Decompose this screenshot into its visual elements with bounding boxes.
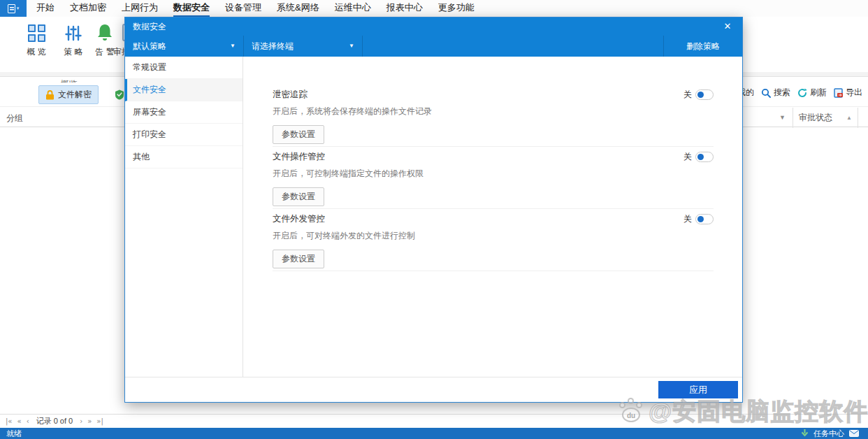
last-page-button[interactable]: »| bbox=[96, 417, 103, 425]
sidebar-item-other[interactable]: 其他 bbox=[125, 146, 243, 168]
section-title: 文件外发管控 bbox=[273, 213, 325, 225]
ribbon-tool-policy[interactable]: 策 略 bbox=[57, 20, 90, 58]
file-operation-toggle[interactable] bbox=[695, 152, 714, 162]
sidebar-item-file-security[interactable]: 文件安全 bbox=[125, 79, 243, 101]
terminal-select[interactable]: 请选择终端 ▼ bbox=[244, 36, 363, 57]
export-file-icon bbox=[834, 88, 843, 98]
dialog-body: 常规设置 文件安全 屏幕安全 打印安全 其他 泄密追踪 关 开启后，系统将会保存… bbox=[125, 57, 742, 377]
menu-item-ops-center[interactable]: 运维中心 bbox=[335, 0, 371, 17]
section-description: 开启后，可控制终端指定文件的操作权限 bbox=[273, 168, 714, 180]
search-icon bbox=[761, 88, 771, 98]
next-page-button[interactable]: › bbox=[80, 417, 82, 425]
toggle-knob bbox=[697, 92, 704, 98]
app-icon bbox=[8, 4, 15, 13]
export-label: 导出 bbox=[846, 87, 862, 99]
ribbon-tool-overview[interactable]: 概 览 bbox=[20, 20, 53, 58]
status-bar: 就绪 任务中心 bbox=[0, 428, 868, 439]
ribbon-tool-label: 告 警 bbox=[95, 47, 114, 57]
menu-item-doc-encrypt[interactable]: 文档加密 bbox=[70, 0, 106, 17]
section-file-operation-control: 文件操作管控 关 开启后，可控制终端指定文件的操作权限 参数设置 bbox=[273, 147, 714, 209]
chevron-down-icon: ▼ bbox=[230, 36, 236, 57]
menu-bar: ▾ 开始 文档加密 上网行为 数据安全 设备管理 系统&网络 运维中心 报表中心… bbox=[0, 0, 868, 17]
record-count-label: 记录 0 of 0 bbox=[36, 416, 73, 426]
refresh-icon bbox=[797, 88, 807, 98]
dialog-title: 数据安全 bbox=[133, 22, 166, 31]
ribbon-tool-label: 概 览 bbox=[27, 47, 45, 57]
message-envelope-icon[interactable] bbox=[849, 430, 859, 437]
search-label: 搜索 bbox=[774, 87, 790, 99]
toggle-knob bbox=[697, 216, 704, 222]
menu-items: 开始 文档加密 上网行为 数据安全 设备管理 系统&网络 运维中心 报表中心 更… bbox=[36, 0, 475, 17]
sliders-icon bbox=[57, 20, 90, 42]
param-settings-button[interactable]: 参数设置 bbox=[273, 125, 324, 144]
sidebar-item-print-security[interactable]: 打印安全 bbox=[125, 124, 243, 146]
policy-select[interactable]: 默认策略 ▼ bbox=[125, 36, 244, 57]
ribbon-tool-label: 策 略 bbox=[64, 47, 82, 57]
param-settings-button[interactable]: 参数设置 bbox=[273, 250, 324, 268]
apply-button[interactable]: 应用 bbox=[658, 381, 738, 398]
menu-item-more[interactable]: 更多功能 bbox=[438, 0, 475, 17]
menu-item-device-mgmt[interactable]: 设备管理 bbox=[225, 0, 261, 17]
dialog-policy-toolbar: 默认策略 ▼ 请选择终端 ▼ 删除策略 bbox=[125, 36, 742, 57]
menu-item-report-center[interactable]: 报表中心 bbox=[386, 0, 423, 17]
export-button[interactable]: 导出 bbox=[834, 87, 862, 99]
dialog-title-bar: 数据安全 ✕ bbox=[125, 17, 742, 36]
table-headers: ▼ 审批状态 ▲ bbox=[772, 107, 858, 128]
chevron-down-icon: ▾ bbox=[17, 6, 20, 11]
column-divider bbox=[858, 108, 858, 128]
section-description: 开启后，系统将会保存终端的操作文件记录 bbox=[273, 106, 714, 117]
status-bar-right: 任务中心 bbox=[801, 429, 859, 439]
leak-tracking-toggle[interactable] bbox=[695, 89, 714, 100]
toggle-state-label: 关 bbox=[683, 213, 692, 225]
dialog-content: 泄密追踪 关 开启后，系统将会保存终端的操作文件记录 参数设置 文件操作管控 关 bbox=[244, 57, 742, 377]
shield-icon bbox=[115, 89, 124, 100]
section-leak-tracking: 泄密追踪 关 开启后，系统将会保存终端的操作文件记录 参数设置 bbox=[273, 85, 714, 147]
fast-prev-button[interactable]: « bbox=[17, 417, 22, 425]
section-title: 泄密追踪 bbox=[273, 89, 308, 101]
sidebar-item-general[interactable]: 常规设置 bbox=[125, 57, 243, 79]
app-window: ▾ 开始 文档加密 上网行为 数据安全 设备管理 系统&网络 运维中心 报表中心… bbox=[0, 0, 868, 439]
policy-select-value: 默认策略 bbox=[133, 41, 166, 51]
menu-item-data-security[interactable]: 数据安全 bbox=[173, 0, 210, 17]
menu-item-web-behavior[interactable]: 上网行为 bbox=[122, 0, 158, 17]
section-description: 开启后，可对终端外发的文件进行控制 bbox=[273, 230, 714, 242]
menu-item-system-network[interactable]: 系统&网络 bbox=[277, 0, 319, 17]
param-settings-button[interactable]: 参数设置 bbox=[273, 187, 324, 206]
fast-next-button[interactable]: » bbox=[87, 417, 92, 425]
file-outgoing-toggle[interactable] bbox=[695, 214, 714, 224]
sidebar-item-screen-security[interactable]: 屏幕安全 bbox=[125, 101, 243, 124]
status-ready-label: 就绪 bbox=[6, 429, 22, 439]
pagination-bar: |« « ‹ 记录 0 of 0 › » »| bbox=[0, 414, 868, 428]
dialog-footer: 应用 bbox=[125, 377, 742, 402]
section-file-outgoing-control: 文件外发管控 关 开启后，可对终端外发的文件进行控制 参数设置 bbox=[273, 209, 714, 271]
refresh-button[interactable]: 刷新 bbox=[797, 87, 827, 99]
task-center-button[interactable]: 任务中心 bbox=[813, 429, 844, 439]
toggle-state-label: 关 bbox=[683, 151, 692, 163]
group-panel-header: 分组 bbox=[6, 113, 23, 124]
terminal-select-value: 请选择终端 bbox=[252, 41, 294, 51]
toggle-knob bbox=[697, 154, 704, 160]
toggle-state-label: 关 bbox=[683, 89, 692, 101]
lock-icon bbox=[45, 90, 55, 100]
close-icon[interactable]: ✕ bbox=[720, 17, 735, 36]
data-security-dialog: 数据安全 ✕ 默认策略 ▼ 请选择终端 ▼ 删除策略 常规设置 文件安全 屏幕安… bbox=[124, 17, 743, 403]
prev-page-button[interactable]: ‹ bbox=[27, 417, 29, 425]
refresh-label: 刷新 bbox=[810, 87, 827, 99]
file-decrypt-label: 文件解密 bbox=[58, 89, 92, 101]
menu-item-start[interactable]: 开始 bbox=[36, 0, 55, 17]
grid-icon bbox=[20, 20, 53, 42]
dialog-sidebar: 常规设置 文件安全 屏幕安全 打印安全 其他 bbox=[125, 57, 243, 377]
download-arrow-icon bbox=[801, 429, 809, 438]
approval-status-label: 审批状态 bbox=[799, 112, 832, 124]
app-menu-button[interactable]: ▾ bbox=[0, 0, 27, 17]
search-button[interactable]: 搜索 bbox=[761, 87, 790, 99]
sort-asc-icon: ▲ bbox=[846, 115, 852, 121]
file-decrypt-button[interactable]: 文件解密 bbox=[38, 85, 99, 104]
column-header-approval-status[interactable]: 审批状态 ▲ bbox=[793, 112, 858, 124]
section-title: 文件操作管控 bbox=[273, 151, 325, 163]
first-page-button[interactable]: |« bbox=[6, 417, 13, 425]
delete-policy-button[interactable]: 删除策略 bbox=[663, 36, 742, 57]
chevron-down-icon: ▼ bbox=[349, 36, 354, 57]
column-filter-dropdown[interactable]: ▼ bbox=[772, 114, 793, 121]
